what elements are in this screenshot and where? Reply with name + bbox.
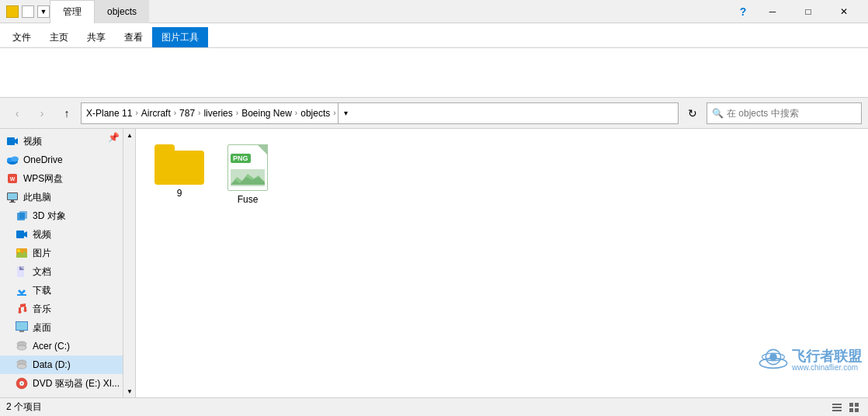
path-item-787: 787	[179, 108, 195, 119]
svg-rect-57	[855, 408, 859, 412]
watermark-text: 飞行者联盟 www.chinaflier.com	[792, 349, 862, 372]
sidebar-item-video2[interactable]: 视频	[0, 225, 135, 244]
folder-icon-9	[155, 144, 204, 185]
sidebar-item-video-label: 视频	[23, 135, 42, 148]
path-chevron-2: ›	[174, 109, 176, 117]
sidebar-item-wps-label: WPS网盘	[23, 172, 63, 185]
3d-icon	[16, 210, 28, 222]
sidebar-item-3d[interactable]: 3D 对象	[0, 206, 135, 225]
watermark-logo-svg	[758, 345, 789, 376]
svg-point-17	[17, 249, 20, 252]
png-thumbnail	[231, 169, 265, 186]
sidebar-pin-icon[interactable]: 📌	[108, 132, 120, 143]
sidebar-item-documents[interactable]: 文档	[0, 262, 135, 281]
sidebar-item-dvd-label: DVD 驱动器 (E:) XI...	[33, 377, 120, 390]
sidebar: 📌 视频 OneDrive W WPS网盘 此电脑	[0, 129, 136, 397]
path-item-boeing: Boeing New	[241, 108, 292, 119]
tab-objects[interactable]: objects	[95, 0, 149, 23]
svg-point-49	[769, 353, 777, 361]
sidebar-item-desktop[interactable]: 桌面	[0, 318, 135, 337]
download-icon	[16, 284, 28, 296]
path-chevron-6: ›	[333, 109, 335, 117]
list-view-icon	[832, 402, 842, 413]
png-thumbnail-svg	[231, 169, 265, 185]
refresh-button[interactable]: ↻	[682, 102, 703, 124]
up-button[interactable]: ↑	[56, 102, 78, 124]
search-box[interactable]: 🔍	[707, 102, 862, 124]
svg-marker-22	[18, 286, 26, 295]
address-path[interactable]: X-Plane 11 › Aircraft › 787 › liveries ›…	[81, 102, 679, 124]
svg-rect-8	[8, 193, 17, 199]
drive-c-icon	[16, 340, 28, 352]
sidebar-item-onedrive[interactable]: OneDrive	[0, 151, 135, 169]
sidebar-item-video2-label: 视频	[33, 228, 51, 241]
maximize-button[interactable]: □	[790, 0, 826, 23]
list-view-button[interactable]	[829, 400, 845, 415]
app-icon-white2: ▼	[37, 5, 50, 18]
svg-marker-46	[231, 177, 265, 185]
forward-button[interactable]: ›	[31, 102, 53, 124]
sidebar-item-images[interactable]: 图片	[0, 244, 135, 262]
sidebar-scroll-down[interactable]: ▼	[123, 385, 136, 397]
close-button[interactable]: ✕	[826, 0, 862, 23]
sidebar-item-network[interactable]: 网络	[0, 393, 135, 397]
sidebar-item-downloads[interactable]: 下载	[0, 281, 135, 300]
path-item-liveries: liveries	[203, 108, 232, 119]
sidebar-item-desktop-label: 桌面	[33, 321, 51, 335]
ribbon-tab-view[interactable]: 查看	[115, 27, 152, 47]
grid-view-icon	[849, 402, 859, 413]
file-item-png-fuse[interactable]: PNG Fuse	[217, 141, 279, 208]
ribbon-tab-home[interactable]: 主页	[40, 27, 78, 47]
sidebar-item-thispc-label: 此电脑	[23, 191, 51, 204]
ribbon-tab-share[interactable]: 共享	[78, 27, 115, 47]
sidebar-item-dvd[interactable]: DVD 驱动器 (E:) XI...	[0, 374, 135, 393]
file-item-name-9: 9	[177, 188, 182, 199]
tab-manage[interactable]: 管理	[50, 0, 95, 23]
path-chevron-4: ›	[236, 109, 238, 117]
svg-rect-0	[7, 137, 15, 145]
search-input[interactable]	[727, 108, 856, 119]
sidebar-item-wps[interactable]: W WPS网盘	[0, 169, 135, 188]
minimize-button[interactable]: ─	[755, 0, 790, 23]
path-dropdown-button[interactable]: ▾	[338, 102, 353, 124]
sidebar-item-music-label: 音乐	[33, 303, 51, 316]
svg-rect-13	[16, 231, 24, 238]
sidebar-item-drive-c[interactable]: Acer (C:)	[0, 337, 135, 355]
computer-icon	[6, 191, 19, 203]
grid-view-button[interactable]	[846, 400, 862, 415]
svg-rect-55	[855, 403, 859, 407]
folder-body	[155, 151, 204, 185]
sidebar-scroll-up[interactable]: ▲	[123, 129, 136, 141]
ribbon-tab-file[interactable]: 文件	[3, 27, 40, 47]
sidebar-item-music[interactable]: 音乐	[0, 300, 135, 318]
svg-point-33	[17, 345, 26, 350]
status-count: 2 个项目	[6, 400, 42, 414]
help-button[interactable]: ?	[731, 0, 755, 23]
sidebar-scrollbar[interactable]: ▲ ▼	[123, 129, 135, 397]
app-icon-white1	[22, 5, 34, 18]
png-icon-corner-fold	[257, 144, 268, 155]
ribbon-tab-picture-tools[interactable]: 图片工具	[152, 27, 208, 47]
svg-rect-9	[11, 200, 14, 202]
file-item-name-fuse: Fuse	[238, 194, 259, 205]
sidebar-item-network-label: 网络	[23, 396, 42, 398]
title-icons: ▼	[6, 5, 50, 18]
sidebar-item-thispc[interactable]: 此电脑	[0, 188, 135, 206]
file-item-folder-9[interactable]: 9	[148, 141, 210, 208]
network-icon	[6, 396, 19, 397]
svg-point-39	[21, 383, 23, 384]
sidebar-item-drive-d[interactable]: Data (D:)	[0, 355, 135, 374]
sidebar-item-images-label: 图片	[33, 247, 51, 260]
path-segment: X-Plane 11 › Aircraft › 787 › liveries ›…	[86, 108, 338, 119]
path-item-aircraft: Aircraft	[141, 108, 171, 119]
image-icon	[16, 247, 28, 259]
wps-icon: W	[6, 172, 19, 185]
path-chevron-3: ›	[198, 109, 200, 117]
video-icon	[6, 135, 19, 147]
sidebar-item-drive-c-label: Acer (C:)	[33, 341, 70, 352]
watermark-url: www.chinaflier.com	[792, 363, 858, 372]
svg-rect-30	[19, 331, 24, 332]
sidebar-item-documents-label: 文档	[33, 265, 51, 279]
back-button[interactable]: ‹	[6, 102, 28, 124]
music-icon	[16, 303, 28, 315]
